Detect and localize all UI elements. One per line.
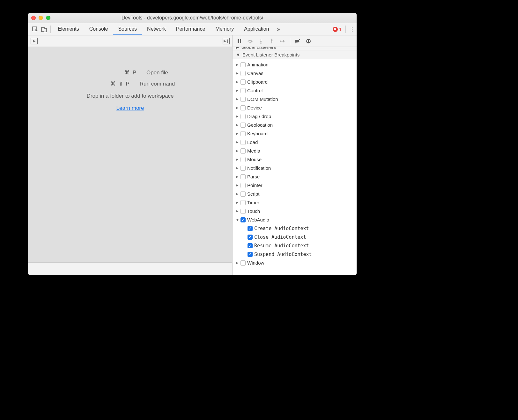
tab-memory[interactable]: Memory — [210, 23, 239, 35]
deactivate-breakpoints-icon[interactable] — [294, 38, 301, 45]
checkbox[interactable] — [241, 62, 246, 67]
close-window-button[interactable] — [31, 16, 36, 20]
checkbox[interactable] — [241, 97, 246, 102]
category-label: Touch — [247, 208, 260, 214]
breakpoint-event[interactable]: Resume AudioContext — [233, 241, 357, 250]
tab-performance[interactable]: Performance — [171, 23, 211, 35]
breakpoint-category[interactable]: ▶Drag / drop — [233, 112, 357, 121]
step-out-icon[interactable] — [268, 38, 275, 45]
checkbox[interactable] — [241, 260, 246, 266]
pause-icon[interactable] — [236, 38, 243, 45]
breakpoint-category[interactable]: ▶Pointer — [233, 181, 357, 190]
checkbox[interactable] — [241, 148, 246, 154]
expand-icon[interactable]: ▶ — [236, 149, 239, 153]
checkbox[interactable] — [241, 79, 246, 85]
expand-icon[interactable]: ▶ — [236, 192, 239, 196]
checkbox[interactable] — [241, 71, 246, 76]
section-event-listener-breakpoints[interactable]: ▼ Event Listener Breakpoints — [233, 50, 357, 59]
checkbox[interactable] — [248, 243, 253, 248]
tab-network[interactable]: Network — [142, 23, 171, 35]
expand-icon[interactable]: ▶ — [236, 131, 239, 136]
checkbox[interactable] — [241, 166, 246, 171]
expand-icon[interactable]: ▶ — [236, 261, 239, 265]
breakpoint-category[interactable]: ▶DOM Mutation — [233, 95, 357, 103]
expand-icon[interactable]: ▶ — [236, 114, 239, 118]
checkbox[interactable] — [241, 140, 246, 145]
breakpoint-category[interactable]: ▶Canvas — [233, 69, 357, 78]
debugger-pane: ▶ Global Listeners ▼ Event Listener Brea… — [232, 35, 357, 275]
expand-icon[interactable]: ▶ — [236, 200, 239, 205]
checkbox[interactable] — [248, 235, 253, 240]
breakpoint-category[interactable]: ▶Notification — [233, 164, 357, 172]
expand-icon[interactable]: ▶ — [236, 106, 239, 110]
breakpoint-category[interactable]: ▶Media — [233, 146, 357, 155]
breakpoint-category[interactable]: ▶Window — [233, 259, 357, 267]
breakpoint-category[interactable]: ▶Animation — [233, 60, 357, 69]
expand-icon[interactable]: ▶ — [236, 63, 239, 67]
expand-icon[interactable]: ▶ — [236, 157, 239, 161]
sources-left-pane: ▶ ▶❙ ⌘ P Open file ⌘ ⇧ P Run command Dro… — [28, 35, 232, 275]
expand-icon[interactable]: ▶ — [236, 123, 239, 127]
expand-icon[interactable]: ▶ — [236, 71, 239, 75]
breakpoint-category[interactable]: ▶Geolocation — [233, 121, 357, 129]
maximize-window-button[interactable] — [46, 16, 50, 20]
step-over-icon[interactable] — [247, 38, 254, 45]
collapse-icon[interactable]: ▼ — [236, 218, 239, 222]
overflow-tabs-icon[interactable]: » — [274, 25, 283, 34]
expand-icon[interactable]: ▶ — [236, 209, 239, 213]
expand-icon[interactable]: ▶ — [236, 80, 239, 84]
checkbox[interactable] — [248, 226, 253, 231]
expand-icon[interactable]: ▶ — [236, 140, 239, 144]
expand-icon[interactable]: ▶ — [236, 97, 239, 101]
breakpoint-category[interactable]: ▶Touch — [233, 207, 357, 215]
expand-icon[interactable]: ▶ — [236, 175, 239, 179]
breakpoint-category[interactable]: ▼WebAudio — [233, 215, 357, 224]
breakpoint-category[interactable]: ▶Device — [233, 103, 357, 112]
device-toggle-icon[interactable] — [40, 25, 48, 34]
breakpoint-category[interactable]: ▶Control — [233, 86, 357, 95]
breakpoint-event[interactable]: Close AudioContext — [233, 233, 357, 241]
checkbox[interactable] — [241, 183, 246, 188]
expand-icon[interactable]: ▶ — [236, 166, 239, 170]
checkbox[interactable] — [241, 114, 246, 119]
checkbox[interactable] — [241, 105, 246, 110]
section-global-listeners[interactable]: ▶ Global Listeners — [233, 47, 357, 50]
checkbox[interactable] — [241, 88, 246, 93]
checkbox[interactable] — [248, 252, 253, 257]
checkbox[interactable] — [241, 191, 246, 197]
tab-application[interactable]: Application — [239, 23, 274, 35]
breakpoint-category[interactable]: ▶Load — [233, 138, 357, 146]
inspect-element-icon[interactable] — [31, 25, 40, 34]
expand-icon[interactable]: ▶ — [236, 88, 239, 93]
tab-console[interactable]: Console — [84, 23, 113, 35]
breakpoint-event[interactable]: Suspend AudioContext — [233, 250, 357, 259]
checkbox[interactable] — [241, 174, 246, 179]
learn-more-link[interactable]: Learn more — [116, 105, 144, 111]
step-into-icon[interactable] — [257, 38, 264, 45]
pause-on-exceptions-icon[interactable] — [305, 38, 312, 45]
more-menu-icon[interactable]: ⋮ — [348, 25, 357, 34]
tab-sources[interactable]: Sources — [113, 23, 142, 35]
tabbar: ElementsConsoleSourcesNetworkPerformance… — [28, 23, 357, 35]
show-navigator-icon[interactable]: ▶ — [31, 38, 38, 44]
show-debugger-icon[interactable]: ▶❙ — [223, 38, 230, 44]
breakpoint-event[interactable]: Create AudioContext — [233, 224, 357, 233]
checkbox[interactable] — [241, 123, 246, 128]
minimize-window-button[interactable] — [39, 16, 43, 20]
breakpoint-category[interactable]: ▶Mouse — [233, 155, 357, 164]
step-icon[interactable] — [279, 38, 286, 45]
checkbox[interactable] — [241, 157, 246, 162]
breakpoint-category[interactable]: ▶Clipboard — [233, 78, 357, 86]
breakpoint-category[interactable]: ▶Script — [233, 190, 357, 198]
breakpoint-category[interactable]: ▶Keyboard — [233, 129, 357, 138]
category-label: Script — [247, 191, 259, 197]
checkbox[interactable] — [241, 217, 246, 222]
checkbox[interactable] — [241, 131, 246, 136]
breakpoint-category[interactable]: ▶Parse — [233, 172, 357, 181]
checkbox[interactable] — [241, 209, 246, 214]
expand-icon[interactable]: ▶ — [236, 183, 239, 187]
error-count-badge[interactable]: ✕ 1 — [331, 26, 344, 32]
checkbox[interactable] — [241, 200, 246, 205]
breakpoint-category[interactable]: ▶Timer — [233, 198, 357, 207]
tab-elements[interactable]: Elements — [53, 23, 84, 35]
